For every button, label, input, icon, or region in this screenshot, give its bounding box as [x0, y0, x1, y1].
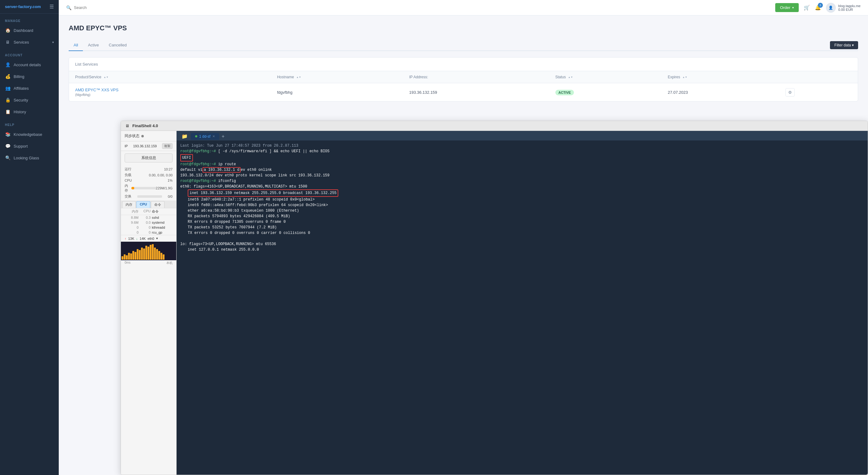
proc-name-2: kthreadd [152, 226, 173, 229]
tab-active[interactable]: Active [83, 39, 103, 51]
sync-status: 同步状态 [121, 131, 176, 141]
col-expires: Expires ▲▼ [661, 71, 779, 83]
topnav-search-area: 🔍 [66, 5, 136, 10]
process-row-systemd: 9.6M 0.0 systemd [121, 220, 176, 225]
sidebar-item-knowledgebase[interactable]: 📚 Knowledgebase [0, 128, 59, 140]
notification-icon[interactable]: 🔔 3 [815, 5, 821, 10]
sidebar-item-affiliates[interactable]: 👥 Affiliates [0, 82, 59, 94]
looking-glass-icon: 🔍 [5, 155, 10, 160]
user-site: blog.tagplu.me [838, 4, 861, 8]
sort-hostname-icon[interactable]: ▲▼ [296, 76, 301, 79]
finalshell-titlebar: 🖥 FinalShell 4.0 [121, 121, 868, 131]
sync-dot [141, 135, 144, 138]
swap-row: 交换 0/0 [125, 194, 173, 199]
sort-status-icon[interactable]: ▲▼ [568, 76, 573, 79]
chart-bar [132, 251, 134, 260]
manage-section-label: MANAGE [0, 13, 59, 25]
sidebar-item-support[interactable]: 💬 Support [0, 140, 59, 152]
ip-label: IP [125, 144, 128, 148]
sidebar-affiliates-label: Affiliates [13, 86, 29, 91]
help-section-label: HELP [0, 118, 59, 128]
col-ip: IP Address: [403, 71, 549, 83]
chevron-down-icon: ▾ [52, 40, 54, 44]
terminal-tab-1[interactable]: 1 dd-sf ✕ [191, 133, 219, 140]
chart-bar [126, 255, 128, 260]
terminal-area: 📁 1 dd-sf ✕ + Last login: Tue Jun 27 17:… [177, 131, 868, 475]
table-row: AMD EPYC™ XXS VPS (fdgvfbhg) fdgvfbhg 19… [69, 83, 858, 101]
service-link[interactable]: AMD EPYC™ XXS VPS [75, 88, 118, 92]
sidebar-services-label: Services [13, 40, 29, 44]
sidebar-item-dashboard[interactable]: 🏠 Dashboard [0, 25, 59, 36]
order-button[interactable]: Order ▾ [775, 3, 799, 12]
process-row-kthreadd: 0 0 kthreadd [121, 225, 176, 230]
mem-bar [131, 187, 134, 189]
copy-ip-button[interactable]: 複製 [162, 143, 173, 149]
sync-label: 同步状态 [125, 133, 140, 139]
sidebar-item-billing[interactable]: 💰 Billing [0, 70, 59, 82]
sidebar-security-label: Security [13, 98, 28, 102]
load-row: 负载 0.00, 0.00, 0.00 [125, 172, 173, 178]
sidebar-item-looking-glass[interactable]: 🔍 Looking Glass [0, 152, 59, 164]
search-input[interactable] [74, 5, 136, 10]
upload-arrow-icon: ↑ [125, 237, 126, 240]
status-badge: ACTIVE [555, 90, 574, 95]
tab-cancelled[interactable]: Cancelled [104, 39, 132, 51]
cell-status: ACTIVE [549, 83, 662, 101]
download-arrow-icon: ↓ [136, 237, 138, 240]
terminal-line: TX packets 53252 bytes 7607944 (7.2 MiB) [180, 225, 864, 230]
tab-all[interactable]: All [69, 39, 83, 51]
tab-cpu[interactable]: CPU [136, 201, 150, 208]
chart-bar [122, 256, 123, 260]
terminal-line: root@fdgvfbhg:~# ip route [180, 161, 864, 167]
terminal-line: TX errors 0 dropped 0 overruns 0 carrier… [180, 230, 864, 236]
mem-row: 内存 229M/1.9G [125, 183, 173, 194]
cpu-row: CPU 1% [125, 178, 173, 183]
stats-section: 运行 10:27 负载 0.00, 0.00, 0.00 CPU 1% 内存 [121, 165, 176, 201]
col-mem-header: 内存 [125, 209, 138, 214]
cell-expires: 27.07.2023 [661, 83, 779, 101]
tab-active-dot [195, 135, 197, 138]
sidebar-item-account-details[interactable]: 👤 Account details [0, 59, 59, 70]
search-icon: 🔍 [66, 5, 71, 10]
cpu-value: 1% [167, 179, 173, 182]
sidebar-item-history[interactable]: 📋 History [0, 106, 59, 118]
sidebar: server-factory.com ☰ MANAGE 🏠 Dashboard … [0, 0, 59, 475]
inet-highlight: inet 193.36.132.159 netmask 255.255.255.… [188, 189, 338, 197]
topnav-user[interactable]: 👤 blog.tagplu.me 0.00 EUR [826, 3, 861, 13]
topnav: 🔍 Order ▾ 🛒 🔔 3 👤 blog.tagplu.me 0.00 EU… [59, 0, 868, 16]
add-tab-icon[interactable]: + [220, 134, 226, 139]
tab-cmd[interactable]: 命令 [151, 201, 164, 208]
terminal-line: inet6 fe80::a4ea:58ff:febd:90b3 prefixle… [180, 202, 864, 208]
process-row-sshd: 8.8M 0.3 sshd [121, 215, 176, 220]
sidebar-support-label: Support [13, 144, 28, 149]
logo-link[interactable]: server-factory.com [5, 4, 41, 9]
sidebar-item-services[interactable]: 🖥 Services ▾ [0, 36, 59, 48]
filter-button[interactable]: Filter data ▾ [830, 41, 858, 49]
cart-icon[interactable]: 🛒 [804, 5, 810, 10]
main-area: 🔍 Order ▾ 🛒 🔔 3 👤 blog.tagplu.me 0.00 EU… [59, 0, 868, 475]
hamburger-icon[interactable]: ☰ [50, 4, 54, 9]
proc-cpu-0: 0.3 [140, 216, 151, 219]
sort-expires-icon[interactable]: ▲▼ [682, 76, 687, 79]
sysinfo-button[interactable]: 系统信息 [125, 153, 173, 162]
sidebar-item-security[interactable]: 🔒 Security [0, 94, 59, 106]
ip-row: IP 193.36.132.159 複製 [121, 141, 176, 151]
close-tab-icon[interactable]: ✕ [212, 135, 215, 138]
chart-bar [148, 247, 149, 260]
col-cpu-header: CPU [140, 209, 151, 214]
tab-mem[interactable]: 内存 [122, 201, 136, 208]
gear-button[interactable]: ⚙ [785, 88, 795, 96]
cpu-label: CPU [125, 179, 132, 182]
cell-action: ⚙ [779, 83, 858, 101]
services-data-table: Product/Service ▲▼ Hostname ▲▼ IP Addres… [69, 71, 858, 101]
folder-icon[interactable]: 📁 [179, 132, 190, 141]
sort-product-icon[interactable]: ▲▼ [103, 76, 108, 79]
terminal-output[interactable]: Last login: Tue Jun 27 17:48:57 2023 fro… [177, 141, 868, 475]
billing-icon: 💰 [5, 73, 10, 79]
network-row: ↑ 13K ↓ 14K eth0 ▾ [121, 235, 176, 242]
network-chart [121, 242, 176, 260]
table-list-label: List Services [69, 58, 858, 71]
chart-bar [130, 254, 132, 260]
order-chevron-icon: ▾ [792, 6, 794, 9]
runtime-label: 运行 [125, 167, 131, 172]
